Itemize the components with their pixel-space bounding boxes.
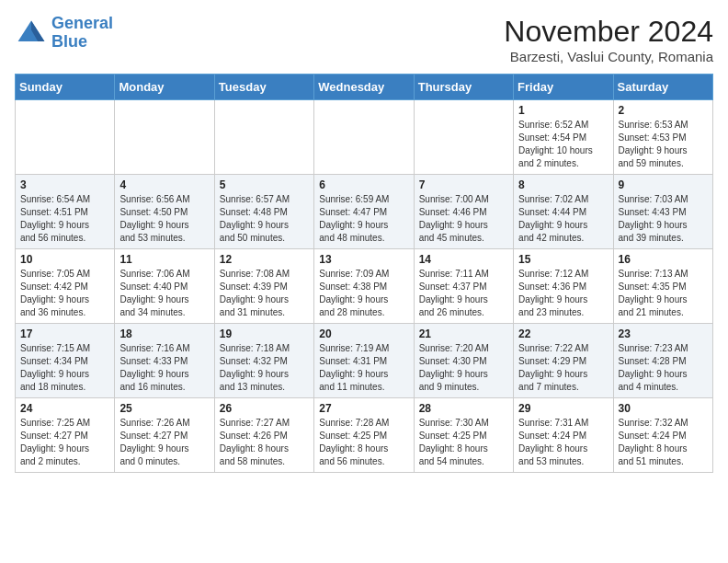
day-info: Sunrise: 7:32 AM Sunset: 4:24 PM Dayligh… [619, 417, 708, 468]
day-number: 17 [20, 327, 109, 340]
day-number: 13 [319, 253, 408, 266]
calendar-cell: 1Sunrise: 6:52 AM Sunset: 4:54 PM Daylig… [514, 100, 613, 175]
calendar-cell: 9Sunrise: 7:03 AM Sunset: 4:43 PM Daylig… [613, 175, 712, 249]
calendar-cell [314, 100, 414, 175]
day-info: Sunrise: 7:06 AM Sunset: 4:40 PM Dayligh… [119, 268, 209, 319]
day-number: 20 [319, 327, 408, 340]
calendar-cell: 21Sunrise: 7:20 AM Sunset: 4:30 PM Dayli… [414, 324, 513, 398]
day-info: Sunrise: 7:16 AM Sunset: 4:33 PM Dayligh… [119, 342, 209, 394]
day-info: Sunrise: 6:54 AM Sunset: 4:51 PM Dayligh… [20, 193, 109, 245]
day-info: Sunrise: 7:12 AM Sunset: 4:36 PM Dayligh… [518, 268, 608, 319]
day-number: 9 [619, 178, 708, 191]
day-number: 11 [119, 253, 209, 266]
day-number: 2 [619, 104, 708, 117]
calendar-cell: 5Sunrise: 6:57 AM Sunset: 4:48 PM Daylig… [214, 175, 313, 249]
day-info: Sunrise: 7:03 AM Sunset: 4:43 PM Dayligh… [619, 193, 708, 245]
calendar-cell: 23Sunrise: 7:23 AM Sunset: 4:28 PM Dayli… [613, 324, 712, 398]
calendar-cell: 14Sunrise: 7:11 AM Sunset: 4:37 PM Dayli… [414, 249, 513, 324]
calendar-cell [414, 100, 513, 175]
day-info: Sunrise: 7:02 AM Sunset: 4:44 PM Dayligh… [518, 193, 608, 245]
logo-line2: Blue [51, 32, 87, 51]
day-info: Sunrise: 7:13 AM Sunset: 4:35 PM Dayligh… [619, 268, 708, 319]
day-info: Sunrise: 6:52 AM Sunset: 4:54 PM Dayligh… [518, 119, 608, 170]
day-number: 5 [220, 178, 309, 191]
weekday-header-saturday: Saturday [613, 75, 712, 100]
day-number: 22 [518, 327, 608, 340]
day-info: Sunrise: 7:27 AM Sunset: 4:26 PM Dayligh… [220, 417, 309, 468]
calendar-cell: 28Sunrise: 7:30 AM Sunset: 4:25 PM Dayli… [414, 398, 513, 473]
calendar-cell: 27Sunrise: 7:28 AM Sunset: 4:25 PM Dayli… [314, 398, 414, 473]
page-header: General Blue November 2024 Barzesti, Vas… [15, 15, 713, 64]
calendar-cell [214, 100, 313, 175]
day-number: 26 [220, 402, 309, 415]
calendar-week-2: 3Sunrise: 6:54 AM Sunset: 4:51 PM Daylig… [16, 175, 713, 249]
logo-text: General Blue [51, 15, 113, 52]
calendar-cell [115, 100, 214, 175]
title-block: November 2024 Barzesti, Vaslui County, R… [504, 15, 713, 64]
day-info: Sunrise: 7:28 AM Sunset: 4:25 PM Dayligh… [319, 417, 408, 468]
calendar-cell: 7Sunrise: 7:00 AM Sunset: 4:46 PM Daylig… [414, 175, 513, 249]
calendar-cell: 26Sunrise: 7:27 AM Sunset: 4:26 PM Dayli… [214, 398, 313, 473]
weekday-header-monday: Monday [115, 75, 214, 100]
day-number: 27 [319, 402, 408, 415]
day-info: Sunrise: 7:05 AM Sunset: 4:42 PM Dayligh… [20, 268, 109, 319]
day-number: 12 [220, 253, 309, 266]
day-info: Sunrise: 7:30 AM Sunset: 4:25 PM Dayligh… [419, 417, 508, 468]
day-number: 28 [419, 402, 508, 415]
calendar-cell: 29Sunrise: 7:31 AM Sunset: 4:24 PM Dayli… [514, 398, 613, 473]
calendar-cell: 10Sunrise: 7:05 AM Sunset: 4:42 PM Dayli… [16, 249, 115, 324]
day-number: 21 [419, 327, 508, 340]
day-number: 14 [419, 253, 508, 266]
logo-line1: General [51, 14, 113, 32]
calendar-cell: 3Sunrise: 6:54 AM Sunset: 4:51 PM Daylig… [16, 175, 115, 249]
calendar-week-3: 10Sunrise: 7:05 AM Sunset: 4:42 PM Dayli… [16, 249, 713, 324]
weekday-header-sunday: Sunday [16, 75, 115, 100]
day-info: Sunrise: 7:15 AM Sunset: 4:34 PM Dayligh… [20, 342, 109, 394]
day-number: 4 [119, 178, 209, 191]
calendar-cell: 15Sunrise: 7:12 AM Sunset: 4:36 PM Dayli… [514, 249, 613, 324]
calendar-cell: 25Sunrise: 7:26 AM Sunset: 4:27 PM Dayli… [115, 398, 214, 473]
day-info: Sunrise: 7:31 AM Sunset: 4:24 PM Dayligh… [518, 417, 608, 468]
day-number: 16 [619, 253, 708, 266]
day-number: 18 [119, 327, 209, 340]
weekday-header-row: SundayMondayTuesdayWednesdayThursdayFrid… [16, 75, 713, 100]
logo: General Blue [15, 15, 113, 52]
calendar-cell: 24Sunrise: 7:25 AM Sunset: 4:27 PM Dayli… [16, 398, 115, 473]
calendar-week-5: 24Sunrise: 7:25 AM Sunset: 4:27 PM Dayli… [16, 398, 713, 473]
day-number: 19 [220, 327, 309, 340]
calendar-week-1: 1Sunrise: 6:52 AM Sunset: 4:54 PM Daylig… [16, 100, 713, 175]
calendar-cell: 2Sunrise: 6:53 AM Sunset: 4:53 PM Daylig… [613, 100, 712, 175]
day-info: Sunrise: 7:09 AM Sunset: 4:38 PM Dayligh… [319, 268, 408, 319]
day-number: 30 [619, 402, 708, 415]
calendar-cell: 13Sunrise: 7:09 AM Sunset: 4:38 PM Dayli… [314, 249, 414, 324]
day-number: 23 [619, 327, 708, 340]
day-number: 8 [518, 178, 608, 191]
calendar-cell: 6Sunrise: 6:59 AM Sunset: 4:47 PM Daylig… [314, 175, 414, 249]
day-info: Sunrise: 6:59 AM Sunset: 4:47 PM Dayligh… [319, 193, 408, 245]
day-info: Sunrise: 7:18 AM Sunset: 4:32 PM Dayligh… [220, 342, 309, 394]
day-info: Sunrise: 7:22 AM Sunset: 4:29 PM Dayligh… [518, 342, 608, 394]
day-info: Sunrise: 6:57 AM Sunset: 4:48 PM Dayligh… [220, 193, 309, 245]
location-title: Barzesti, Vaslui County, Romania [504, 49, 713, 64]
calendar-cell: 20Sunrise: 7:19 AM Sunset: 4:31 PM Dayli… [314, 324, 414, 398]
day-number: 3 [20, 178, 109, 191]
calendar-table: SundayMondayTuesdayWednesdayThursdayFrid… [15, 74, 713, 473]
calendar-cell: 17Sunrise: 7:15 AM Sunset: 4:34 PM Dayli… [16, 324, 115, 398]
day-number: 7 [419, 178, 508, 191]
calendar-cell: 16Sunrise: 7:13 AM Sunset: 4:35 PM Dayli… [613, 249, 712, 324]
day-info: Sunrise: 7:19 AM Sunset: 4:31 PM Dayligh… [319, 342, 408, 394]
calendar-cell: 12Sunrise: 7:08 AM Sunset: 4:39 PM Dayli… [214, 249, 313, 324]
weekday-header-tuesday: Tuesday [214, 75, 313, 100]
month-title: November 2024 [504, 15, 713, 49]
day-number: 25 [119, 402, 209, 415]
day-info: Sunrise: 7:26 AM Sunset: 4:27 PM Dayligh… [119, 417, 209, 468]
day-info: Sunrise: 7:11 AM Sunset: 4:37 PM Dayligh… [419, 268, 508, 319]
weekday-header-friday: Friday [514, 75, 613, 100]
calendar-cell: 18Sunrise: 7:16 AM Sunset: 4:33 PM Dayli… [115, 324, 214, 398]
day-number: 10 [20, 253, 109, 266]
day-info: Sunrise: 7:08 AM Sunset: 4:39 PM Dayligh… [220, 268, 309, 319]
logo-icon [15, 17, 48, 50]
weekday-header-wednesday: Wednesday [314, 75, 414, 100]
calendar-cell: 30Sunrise: 7:32 AM Sunset: 4:24 PM Dayli… [613, 398, 712, 473]
calendar-cell: 22Sunrise: 7:22 AM Sunset: 4:29 PM Dayli… [514, 324, 613, 398]
